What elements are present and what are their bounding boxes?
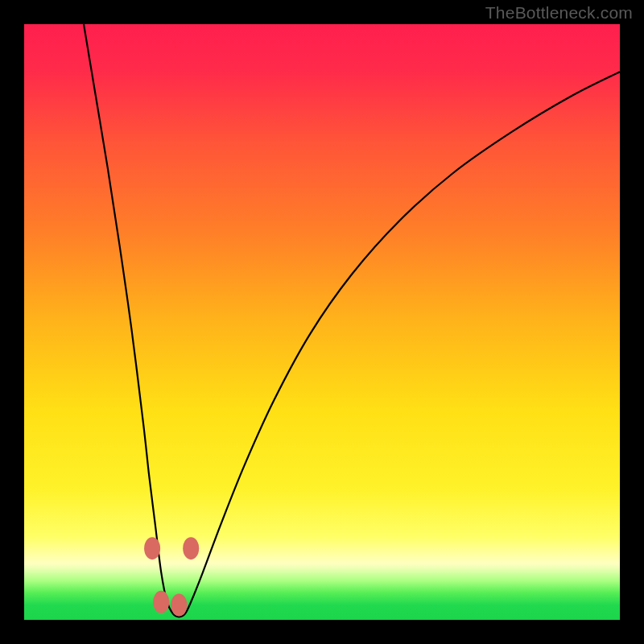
plot-area — [24, 24, 620, 620]
outer-frame: TheBottleneck.com — [0, 0, 644, 644]
curve-marker — [153, 591, 169, 613]
curve-marker — [171, 594, 187, 617]
watermark-text: TheBottleneck.com — [485, 3, 633, 23]
chart-canvas — [24, 24, 620, 620]
curve-marker — [183, 537, 199, 559]
curve-marker — [144, 537, 160, 559]
bottleneck-curve — [84, 24, 620, 617]
